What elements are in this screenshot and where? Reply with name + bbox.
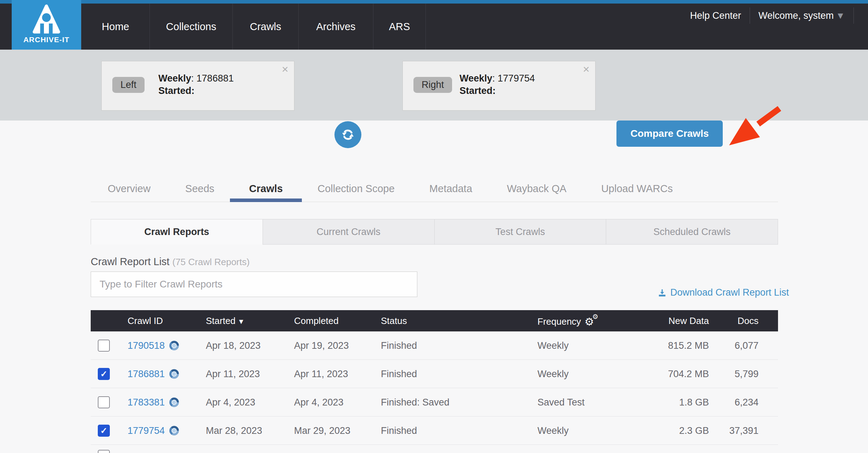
- right-crawl-id: 1779754: [498, 73, 535, 84]
- top-nav: ARCHIVE-IT Home Collections Crawls Archi…: [0, 0, 868, 50]
- welcome-label: Welcome, system: [759, 10, 834, 21]
- right-frequency: Weekly: [460, 73, 492, 84]
- cell-docs: 37,391: [712, 425, 759, 436]
- cell-new-data: 2.3 GB: [603, 425, 709, 436]
- cell-completed: Apr 19, 2023: [294, 340, 349, 351]
- nav-divider: [853, 7, 854, 24]
- annotation-arrow: [723, 106, 783, 152]
- browser-icon: [169, 397, 179, 407]
- left-badge: Left: [112, 77, 145, 93]
- cell-frequency: Weekly: [537, 425, 569, 436]
- cell-frequency: Saved Test: [537, 397, 585, 408]
- cell-completed: Mar 29, 2023: [294, 425, 350, 436]
- crawls-subtabs: Crawl Reports Current Crawls Test Crawls…: [91, 219, 778, 245]
- subtab-current-crawls[interactable]: Current Crawls: [263, 219, 435, 245]
- crawl-reports-table: Crawl ID Started▼ Completed Status Frequ…: [91, 310, 778, 445]
- cell-completed: Apr 11, 2023: [294, 368, 348, 379]
- nav-item-collections[interactable]: Collections: [150, 4, 233, 50]
- compare-left-card: Left Weekly: 1786881 Started: ×: [101, 61, 294, 111]
- table-row: ✓ 1783381 Apr 4, 2023 Apr 4, 2023 Finish…: [91, 388, 778, 416]
- right-badge: Right: [413, 77, 452, 93]
- crawl-id-link[interactable]: 1790518: [128, 340, 165, 351]
- left-started-label: Started:: [158, 85, 195, 96]
- crawl-id-link[interactable]: 1783381: [128, 397, 165, 408]
- nav-divider: [750, 7, 750, 24]
- col-started[interactable]: Started▼: [206, 315, 245, 326]
- cell-started: Mar 28, 2023: [206, 425, 262, 436]
- table-header: Crawl ID Started▼ Completed Status Frequ…: [91, 310, 778, 331]
- list-count: (75 Crawl Reports): [172, 257, 249, 267]
- tab-seeds[interactable]: Seeds: [185, 183, 214, 195]
- browser-icon: [169, 369, 179, 379]
- crawl-id-link[interactable]: 1779754: [128, 425, 165, 436]
- left-crawl-info: Weekly: 1786881 Started:: [158, 72, 234, 97]
- tab-metadata[interactable]: Metadata: [429, 183, 472, 195]
- row-checkbox[interactable]: ✓: [98, 450, 110, 453]
- download-crawl-report-list-link[interactable]: Download Crawl Report List: [658, 287, 789, 298]
- subtab-scheduled-crawls[interactable]: Scheduled Crawls: [606, 219, 778, 245]
- close-icon[interactable]: ×: [583, 63, 590, 75]
- row-checkbox[interactable]: ✓: [98, 340, 110, 352]
- compare-crawls-bar: Left Weekly: 1786881 Started: × Right We…: [0, 50, 868, 121]
- list-title-text: Crawl Report List: [91, 256, 169, 267]
- table-body: ✓ 1790518 Apr 18, 2023 Apr 19, 2023 Fini…: [91, 331, 778, 445]
- tab-overview[interactable]: Overview: [108, 183, 151, 195]
- browser-icon: [169, 426, 179, 435]
- archive-it-icon: [30, 4, 63, 35]
- col-docs: Docs: [712, 315, 759, 326]
- tab-upload-warcs[interactable]: Upload WARCs: [601, 183, 673, 195]
- nav-item-home[interactable]: Home: [81, 4, 150, 50]
- browser-icon: [169, 341, 179, 350]
- cell-frequency: Weekly: [537, 368, 569, 379]
- col-crawl-id: Crawl ID: [128, 315, 163, 326]
- cell-status: Finished: Saved: [381, 397, 450, 408]
- subtab-crawl-reports[interactable]: Crawl Reports: [91, 219, 263, 245]
- table-row: ✓ 1779754 Mar 28, 2023 Mar 29, 2023 Fini…: [91, 416, 778, 445]
- col-new-data: New Data: [603, 315, 709, 326]
- right-started-label: Started:: [460, 85, 496, 96]
- user-menu[interactable]: Welcome, system ▼: [759, 10, 845, 21]
- nav-item-crawls[interactable]: Crawls: [233, 4, 299, 50]
- right-crawl-info: Weekly: 1779754 Started:: [460, 72, 535, 97]
- table-row: ✓ 1786881 Apr 11, 2023 Apr 11, 2023 Fini…: [91, 360, 778, 388]
- cell-new-data: 815.2 MB: [603, 340, 709, 351]
- cell-new-data: 1.8 GB: [603, 397, 709, 408]
- main-menu: Home Collections Crawls Archives ARS: [81, 4, 426, 50]
- filter-crawl-reports-input[interactable]: [91, 272, 417, 297]
- check-icon: ✓: [100, 426, 107, 436]
- cell-started: Apr 18, 2023: [206, 340, 261, 351]
- archive-it-logo[interactable]: ARCHIVE-IT: [12, 0, 81, 50]
- cell-docs: 5,799: [712, 368, 759, 379]
- swap-crawls-button[interactable]: [334, 121, 361, 148]
- tab-crawls[interactable]: Crawls: [249, 183, 283, 195]
- nav-item-archives[interactable]: Archives: [299, 4, 373, 50]
- cell-status: Finished: [381, 368, 417, 379]
- crawl-report-list-title: Crawl Report List (75 Crawl Reports): [91, 256, 250, 268]
- subtab-test-crawls[interactable]: Test Crawls: [434, 219, 607, 245]
- col-status: Status: [381, 315, 407, 326]
- row-checkbox[interactable]: ✓: [98, 425, 110, 437]
- gear-icon[interactable]: ⚙⚙: [585, 315, 594, 328]
- sort-caret-icon: ▼: [238, 318, 245, 325]
- tab-collection-scope[interactable]: Collection Scope: [317, 183, 395, 195]
- row-checkbox[interactable]: ✓: [98, 396, 110, 408]
- gear-icon: ⚙: [592, 313, 598, 321]
- nav-item-ars[interactable]: ARS: [373, 4, 426, 50]
- cell-docs: 6,077: [712, 340, 759, 351]
- close-icon[interactable]: ×: [282, 63, 288, 75]
- chevron-down-icon: ▼: [836, 10, 845, 21]
- tab-wayback-qa[interactable]: Wayback QA: [507, 183, 567, 195]
- cell-completed: Apr 4, 2023: [294, 397, 344, 408]
- left-frequency: Weekly: [158, 73, 191, 84]
- cell-started: Apr 4, 2023: [206, 397, 255, 408]
- cell-started: Apr 11, 2023: [206, 368, 260, 379]
- collection-tabs: Overview Seeds Crawls Collection Scope M…: [91, 183, 778, 202]
- help-center-link[interactable]: Help Center: [690, 10, 741, 21]
- cell-docs: 6,234: [712, 397, 759, 408]
- compare-right-card: Right Weekly: 1779754 Started: ×: [402, 61, 596, 111]
- compare-crawls-button[interactable]: Compare Crawls: [616, 121, 723, 147]
- left-crawl-id: 1786881: [197, 73, 234, 84]
- col-frequency-label: Frequency: [537, 316, 581, 327]
- crawl-id-link[interactable]: 1786881: [128, 368, 165, 379]
- row-checkbox[interactable]: ✓: [98, 368, 110, 380]
